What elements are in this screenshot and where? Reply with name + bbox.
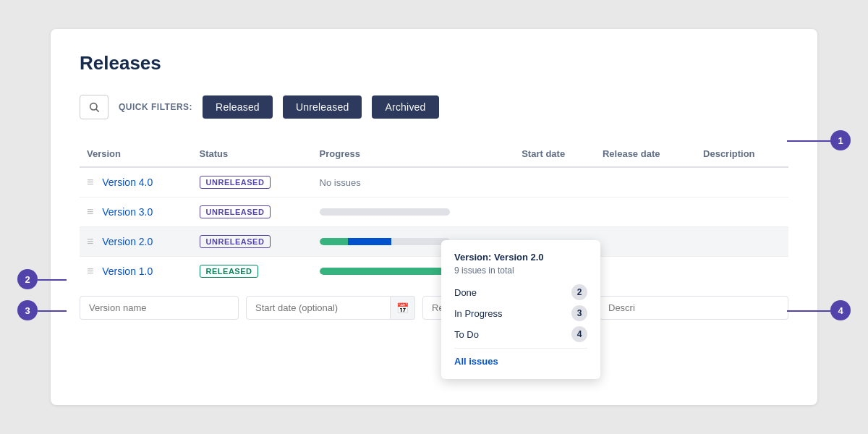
filter-btn-released[interactable]: Released — [203, 95, 273, 119]
status-cell: RELEASED — [192, 257, 312, 286]
tooltip-label-todo: To Do — [454, 329, 479, 340]
version-link[interactable]: Version 3.0 — [102, 206, 153, 218]
start-date-calendar-btn[interactable]: 📅 — [391, 296, 415, 320]
tooltip-row-done: Done 2 — [454, 284, 587, 300]
status-badge: UNRELEASED — [200, 176, 271, 189]
col-status: Status — [192, 142, 312, 167]
tooltip-label-inprogress: In Progress — [454, 308, 502, 319]
tooltip-count-todo: 4 — [571, 326, 587, 342]
filter-btn-archived[interactable]: Archived — [372, 95, 438, 119]
status-cell: UNRELEASED — [192, 227, 312, 257]
release-date-cell — [595, 167, 696, 197]
tooltip-count-done: 2 — [571, 284, 587, 300]
tooltip-row-todo: To Do 4 — [454, 326, 587, 342]
version-cell: ≡ Version 2.0 — [80, 227, 192, 257]
search-icon — [88, 101, 100, 113]
tooltip-popup: Version: Version 2.0 9 issues in total D… — [441, 240, 600, 379]
annotation-line-4 — [787, 310, 830, 312]
progress-bar — [320, 238, 450, 245]
release-date-cell — [595, 197, 696, 227]
progress-inprogress — [348, 238, 391, 245]
status-cell: UNRELEASED — [192, 197, 312, 227]
col-version: Version — [80, 142, 192, 167]
releases-table: Version Status Progress Start date Relea… — [80, 142, 788, 286]
col-progress: Progress — [312, 142, 515, 167]
start-date-wrap: 📅 — [246, 296, 415, 320]
filter-btn-unreleased[interactable]: Unreleased — [283, 95, 362, 119]
annotation-line-1 — [787, 140, 830, 142]
version-cell: ≡ Version 4.0 — [80, 167, 192, 197]
release-date-cell — [595, 227, 696, 257]
search-box[interactable] — [80, 95, 109, 119]
table-row: ≡ Version 3.0 UNRELEASED — [80, 197, 788, 227]
add-row: 📅 📅 — [80, 296, 788, 320]
version-link[interactable]: Version 1.0 — [102, 265, 153, 277]
annotation-2: 2 — [17, 269, 38, 289]
progress-cell: No issues — [312, 167, 515, 197]
annotation-line-2 — [38, 279, 67, 281]
progress-bar-fill — [320, 238, 450, 245]
description-cell — [696, 257, 788, 286]
status-cell: UNRELEASED — [192, 167, 312, 197]
version-cell: ≡ Version 1.0 — [80, 257, 192, 286]
tooltip-divider — [454, 348, 587, 349]
svg-point-0 — [90, 103, 97, 110]
description-cell — [696, 167, 788, 197]
annotation-line-3 — [38, 310, 67, 312]
drag-handle-icon[interactable]: ≡ — [87, 235, 93, 247]
description-cell — [696, 227, 788, 257]
tooltip-row-inprogress: In Progress 3 — [454, 305, 587, 321]
filter-bar: QUICK FILTERS: Released Unreleased Archi… — [80, 95, 788, 119]
table-row: ≡ Version 2.0 UNRELEASED — [80, 227, 788, 257]
status-badge: RELEASED — [200, 265, 259, 278]
annotation-4: 4 — [830, 300, 851, 320]
annotation-1: 1 — [830, 130, 851, 150]
tooltip-all-issues-link[interactable]: All issues — [454, 356, 498, 367]
annotation-3: 3 — [17, 300, 38, 320]
drag-handle-icon[interactable]: ≡ — [87, 176, 93, 188]
start-date-cell — [514, 197, 595, 227]
no-issues-text: No issues — [320, 177, 361, 188]
releases-card: 1 2 3 4 Releases QUICK FILTERS: Released… — [51, 29, 817, 405]
table-header-row: Version Status Progress Start date Relea… — [80, 142, 788, 167]
table-row: ≡ Version 4.0 UNRELEASED No issues — [80, 167, 788, 197]
col-description: Description — [696, 142, 788, 167]
col-start-date: Start date — [514, 142, 595, 167]
version-cell: ≡ Version 3.0 — [80, 197, 192, 227]
page-title: Releases — [80, 52, 788, 75]
svg-line-1 — [96, 109, 99, 112]
version-name-input[interactable] — [80, 296, 239, 320]
progress-done — [320, 238, 349, 245]
progress-bar — [320, 208, 450, 216]
description-input[interactable] — [599, 296, 788, 320]
description-cell — [696, 197, 788, 227]
tooltip-subtitle: 9 issues in total — [454, 265, 587, 276]
tooltip-title: Version: Version 2.0 — [454, 252, 587, 263]
progress-bar-fill — [320, 268, 450, 275]
progress-cell — [312, 197, 515, 227]
version-link[interactable]: Version 4.0 — [102, 176, 153, 188]
col-release-date: Release date — [595, 142, 696, 167]
drag-handle-icon[interactable]: ≡ — [87, 265, 93, 277]
start-date-input[interactable] — [246, 296, 391, 320]
status-badge: UNRELEASED — [200, 205, 271, 218]
progress-bar — [320, 268, 450, 275]
status-badge: UNRELEASED — [200, 235, 271, 248]
quick-filters-label: QUICK FILTERS: — [119, 102, 192, 112]
tooltip-label-done: Done — [454, 287, 477, 298]
drag-handle-icon[interactable]: ≡ — [87, 205, 93, 218]
progress-done — [320, 268, 450, 275]
tooltip-count-inprogress: 3 — [571, 305, 587, 321]
start-date-cell — [514, 167, 595, 197]
table-row: ≡ Version 1.0 RELEASED — [80, 257, 788, 286]
progress-bar-fill — [320, 208, 450, 216]
version-link[interactable]: Version 2.0 — [102, 236, 153, 247]
release-date-cell — [595, 257, 696, 286]
